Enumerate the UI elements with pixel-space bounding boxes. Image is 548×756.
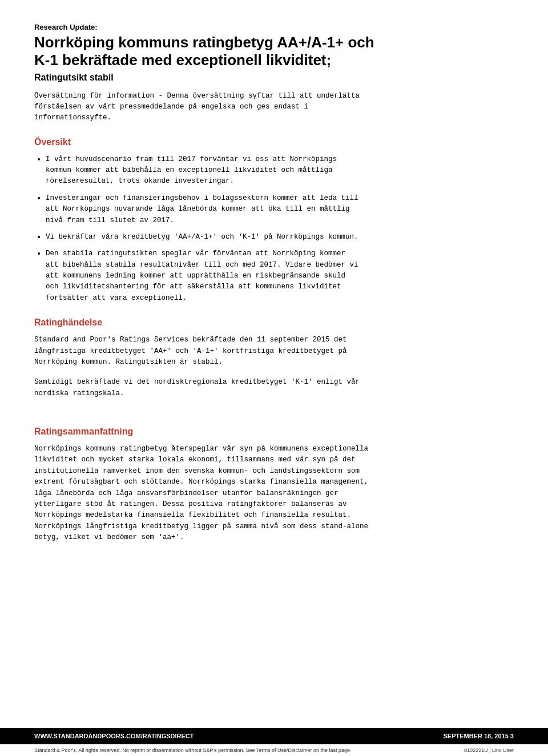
- footer-url: WWW.STANDARDANDPOORS.COM/RATINGSDIRECT: [34, 733, 194, 739]
- rating-event-heading: Ratinghändelse: [34, 317, 514, 328]
- rating-summary-heading: Ratingsammanfattning: [34, 427, 514, 437]
- overview-section: Översikt I vårt huvudscenario fram till …: [34, 137, 514, 304]
- header-section: Research Update: Norrköping kommuns rati…: [34, 23, 514, 123]
- rating-event-paragraph-1: Standard and Poor's Ratings Services bek…: [34, 335, 514, 368]
- overview-heading: Översikt: [34, 137, 514, 147]
- translation-notice: Översättning för information - Denna öve…: [34, 91, 514, 123]
- bullet-item-4: Den stabila ratingutsikten speglar vår f…: [34, 248, 514, 304]
- footer-main-bar: WWW.STANDARDANDPOORS.COM/RATINGSDIRECT S…: [0, 728, 548, 744]
- page-container: Research Update: Norrköping kommuns rati…: [0, 0, 548, 756]
- disclaimer-text: Standard & Poor's. All rights reserved. …: [34, 747, 352, 753]
- bullet-item-2: Investeringar och finansieringsbehov i b…: [34, 193, 514, 226]
- bullet-item-3: Vi bekräftar våra kreditbetyg 'AA+/A-1+'…: [34, 232, 514, 243]
- rating-summary-section: Ratingsammanfattning Norrköpings kommuns…: [34, 427, 514, 543]
- rating-summary-paragraph: Norrköpings kommuns ratingbetyg återspeg…: [34, 444, 514, 543]
- research-update-label: Research Update:: [34, 23, 514, 31]
- rating-event-paragraph-2: Samtidigt bekräftade vi det nordisktregi…: [34, 377, 514, 399]
- rating-event-section: Ratinghändelse Standard and Poor's Ratin…: [34, 317, 514, 399]
- main-title: Norrköping kommuns ratingbetyg AA+/A-1+ …: [34, 34, 514, 69]
- bullet-item-1: I vårt huvudscenario fram till 2017 förv…: [34, 154, 514, 187]
- overview-bullet-list: I vårt huvudscenario fram till 2017 förv…: [34, 154, 514, 304]
- footer-date: SEPTEMBER 18, 2015 3: [443, 733, 514, 739]
- footer-disclaimer-bar: Standard & Poor's. All rights reserved. …: [0, 744, 548, 756]
- footer: WWW.STANDARDANDPOORS.COM/RATINGSDIRECT S…: [0, 728, 548, 756]
- doc-id: 0102221U | Linx User: [464, 747, 514, 753]
- subtitle: Ratingutsikt stabil: [34, 73, 514, 83]
